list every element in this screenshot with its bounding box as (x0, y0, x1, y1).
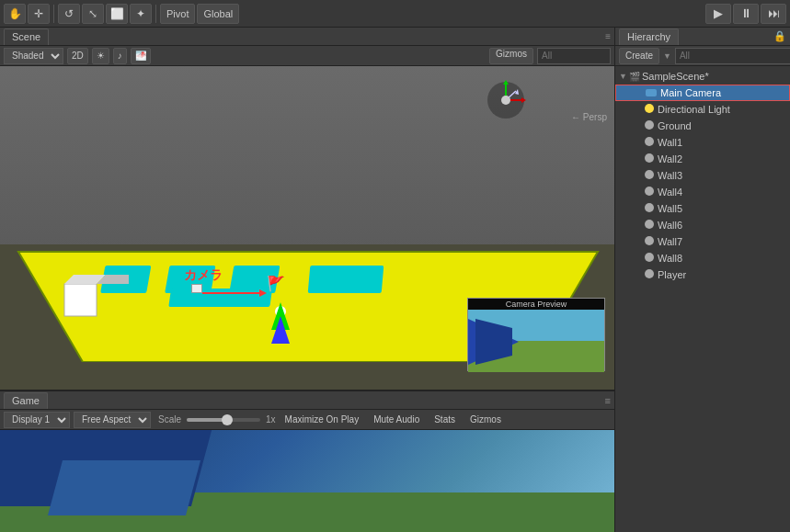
camera-preview-window: Camera Preview (467, 298, 605, 371)
play-btn[interactable]: ▶ (705, 4, 731, 24)
toolbar-sep2 (155, 5, 156, 23)
game-options-bar: Display 1 Free Aspect Scale 1x Maximize … (0, 410, 614, 430)
persp-label: ← Persp (571, 112, 607, 122)
game-tab-label: Game (12, 395, 40, 406)
main-layout: Scene ≡ Shaded 2D ☀ ♪ 🌁 Gizmos (0, 28, 790, 532)
scene-3d-view[interactable]: ← Persp 🚩 カメラ (0, 66, 614, 390)
object-icon (645, 153, 656, 164)
pause-btn[interactable]: ⏸ (733, 4, 759, 24)
scale-handle[interactable] (222, 414, 233, 425)
hierarchy-tab-label: Hierarchy (627, 31, 670, 42)
2d-btn[interactable]: 2D (67, 48, 88, 64)
red-flag: 🚩 (267, 275, 285, 292)
fx-btn[interactable]: 🌁 (131, 48, 151, 64)
hierarchy-item[interactable]: Wall1 (615, 134, 790, 151)
scene-arrow: ▼ (619, 72, 627, 81)
scene-tab-bar: Scene ≡ (0, 28, 614, 46)
object-icon (645, 220, 656, 231)
svg-rect-5 (308, 266, 384, 293)
hierarchy-item-name: Wall2 (658, 153, 682, 164)
object-icon (645, 203, 656, 214)
hierarchy-item[interactable]: Wall5 (615, 200, 790, 217)
gizmos-btn[interactable]: Gizmos (489, 48, 533, 64)
move-tool-btn[interactable]: ✛ (28, 4, 50, 24)
light-icon (645, 104, 656, 115)
game-tab[interactable]: Game (4, 392, 48, 409)
rotate-tool-btn[interactable]: ↺ (58, 4, 80, 24)
global-btn[interactable]: Global (197, 4, 239, 24)
hierarchy-list: ▼ 🎬 SampleScene* Main CameraDirectional … (615, 66, 790, 532)
gizmo-axes (481, 75, 532, 126)
hierarchy-item[interactable]: Player (615, 266, 790, 283)
scale-tool-btn[interactable]: ⤡ (82, 4, 104, 24)
scene-tab[interactable]: Scene (4, 28, 49, 45)
camera-preview-canvas (468, 310, 604, 372)
hierarchy-create-arrow: ▼ (663, 51, 671, 61)
scene-tab-menu[interactable]: ≡ (605, 31, 611, 41)
game-view: Game ≡ Display 1 Free Aspect Scale 1x Ma… (0, 390, 614, 532)
hierarchy-item-name: Wall8 (658, 253, 682, 264)
game-tab-bar: Game ≡ (0, 391, 614, 410)
hierarchy-search-input[interactable] (675, 48, 790, 64)
scale-label: Scale (158, 414, 181, 424)
scale-slider[interactable] (187, 418, 260, 422)
object-icon (645, 253, 656, 264)
play-controls: ▶ ⏸ ⏭ (705, 4, 786, 24)
svg-point-20 (501, 96, 510, 105)
hierarchy-item[interactable]: Directional Light (615, 101, 790, 118)
scene-canvas: ← Persp 🚩 カメラ (0, 66, 614, 390)
game-wall2 (48, 460, 200, 515)
hierarchy-toolbar: Create ▼ ≡ (615, 46, 790, 66)
maximize-btn[interactable]: Maximize On Play (280, 412, 365, 428)
scene-icon: 🎬 (629, 72, 640, 82)
hierarchy-item[interactable]: Wall8 (615, 250, 790, 266)
hierarchy-item[interactable]: Wall6 (615, 217, 790, 233)
hierarchy-item-name: Directional Light (658, 104, 730, 115)
hierarchy-item[interactable]: Wall3 (615, 167, 790, 184)
hierarchy-create-btn[interactable]: Create (619, 48, 659, 64)
hierarchy-item-name: Wall5 (658, 203, 682, 214)
shading-select[interactable]: Shaded (4, 48, 63, 64)
stats-btn[interactable]: Stats (429, 412, 461, 428)
lighting-btn[interactable]: ☀ (92, 48, 109, 64)
object-icon (645, 269, 656, 280)
scene-name: SampleScene* (642, 71, 709, 82)
hierarchy-item-name: Wall7 (658, 236, 682, 247)
hierarchy-item[interactable]: Main Camera (615, 85, 790, 101)
hierarchy-tab[interactable]: Hierarchy (619, 28, 679, 45)
toolbar-sep1 (53, 5, 54, 23)
game-tab-menu[interactable]: ≡ (605, 395, 611, 406)
object-icon (645, 170, 656, 181)
hierarchy-scene-root[interactable]: ▼ 🎬 SampleScene* (615, 68, 790, 85)
rect-tool-btn[interactable]: ⬜ (106, 4, 128, 24)
hierarchy-item[interactable]: Wall7 (615, 233, 790, 250)
transform-tool-btn[interactable]: ✦ (130, 4, 152, 24)
left-panel: Scene ≡ Shaded 2D ☀ ♪ 🌁 Gizmos (0, 28, 615, 532)
hierarchy-item[interactable]: Wall4 (615, 184, 790, 200)
camera-icon (646, 87, 658, 98)
hierarchy-tab-bar: Hierarchy 🔒 (615, 28, 790, 46)
aspect-select[interactable]: Free Aspect (74, 412, 151, 428)
svg-marker-22 (259, 289, 267, 297)
scene-search-input[interactable] (537, 48, 611, 64)
mute-btn[interactable]: Mute Audio (368, 412, 425, 428)
game-gizmos-btn[interactable]: Gizmos (464, 412, 507, 428)
hierarchy-item-name: Player (658, 269, 686, 280)
hierarchy-item[interactable]: Ground (615, 118, 790, 134)
scene-view: Scene ≡ Shaded 2D ☀ ♪ 🌁 Gizmos (0, 28, 614, 390)
hierarchy-lock-btn[interactable]: 🔒 (773, 30, 786, 42)
scale-value: 1x (266, 414, 276, 424)
hierarchy-item[interactable]: Wall2 (615, 151, 790, 167)
pivot-btn[interactable]: Pivot (160, 4, 195, 24)
main-toolbar: ✋ ✛ ↺ ⤡ ⬜ ✦ Pivot Global ▶ ⏸ ⏭ (0, 0, 790, 28)
camera-preview-title: Camera Preview (468, 299, 604, 310)
camera-label: カメラ (184, 267, 223, 284)
display-select[interactable]: Display 1 (4, 412, 70, 428)
camera-arrow-x (202, 284, 276, 302)
step-btn[interactable]: ⏭ (761, 4, 786, 24)
object-icon (645, 120, 656, 131)
hand-tool-btn[interactable]: ✋ (4, 4, 26, 24)
camera-obj (191, 284, 202, 293)
hierarchy-item-name: Ground (658, 120, 692, 131)
audio-btn[interactable]: ♪ (113, 48, 127, 64)
